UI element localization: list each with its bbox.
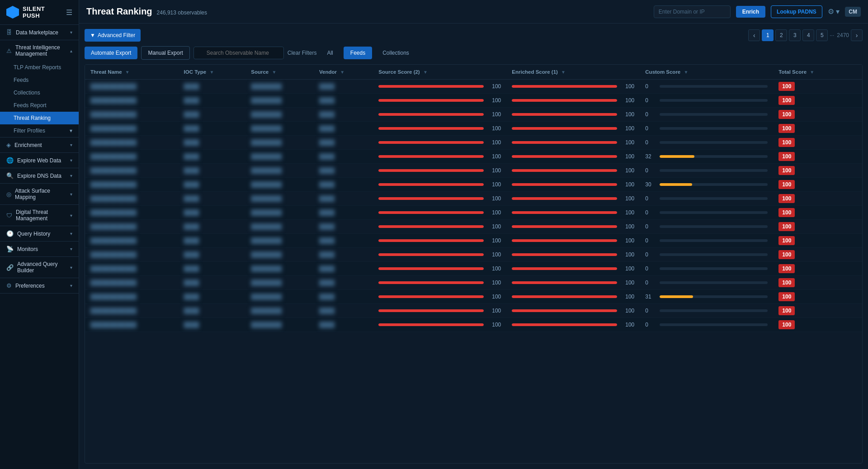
table-row[interactable]: ████████████████████████████ 100 100 0 1…	[85, 234, 862, 248]
col-filter-vendor[interactable]: ▼	[340, 70, 344, 75]
col-filter-threat-name[interactable]: ▼	[125, 70, 130, 75]
custom-score-value: 32	[645, 153, 656, 160]
enriched-score-bar-group: 100	[512, 251, 634, 258]
page-button-3[interactable]: 3	[789, 29, 801, 41]
col-filter-ioc-type[interactable]: ▼	[209, 70, 214, 75]
table-row[interactable]: ████████████████████████████ 100 100 0 1…	[85, 304, 862, 318]
source-cell: ████████	[245, 94, 314, 108]
table-row[interactable]: ████████████████████████████ 100 100 0 1…	[85, 262, 862, 276]
source-score-bar-fill	[378, 281, 484, 284]
hamburger-icon[interactable]: ☰	[66, 8, 72, 17]
table-row[interactable]: ████████████████████████████ 100 100 0 1…	[85, 94, 862, 108]
table-row[interactable]: ████████████████████████████ 100 100 0 1…	[85, 206, 862, 220]
table-row[interactable]: ████████████████████████████ 100 100 0 1…	[85, 164, 862, 178]
enrich-button[interactable]: Enrich	[736, 6, 765, 18]
enrichment-icon: ◈	[6, 142, 11, 148]
page-button-1[interactable]: 1	[762, 29, 774, 41]
custom-score-value: 0	[645, 125, 656, 132]
sidebar-item-feeds[interactable]: Feeds	[0, 74, 79, 86]
advanced-filter-button[interactable]: ▼ Advanced Filter	[85, 29, 141, 42]
clear-filters-button[interactable]: Clear Filters	[288, 50, 317, 56]
custom-score-cell: 0	[640, 122, 773, 136]
source-score-cell: 100	[373, 164, 506, 178]
sidebar-item-tlp-amber[interactable]: TLP Amber Reports	[0, 61, 79, 74]
col-filter-source-score[interactable]: ▼	[423, 70, 428, 75]
vendor-value: ████	[319, 83, 335, 90]
sidebar-item-monitors[interactable]: 📡 Monitors ▾	[0, 242, 79, 256]
sidebar-item-explore-web[interactable]: 🌐 Explore Web Data ▾	[0, 153, 79, 168]
sidebar-item-attack-surface[interactable]: ◎ Attack Surface Mapping ▾	[0, 184, 79, 204]
col-filter-custom-score[interactable]: ▼	[684, 70, 688, 75]
table-row[interactable]: ████████████████████████████ 100 100 0 1…	[85, 276, 862, 290]
manual-export-button[interactable]: Manual Export	[141, 46, 189, 60]
search-wrapper: 🔍	[193, 47, 284, 59]
search-observable-input[interactable]	[193, 47, 284, 59]
ioc-type-cell: ████	[179, 318, 246, 332]
col-filter-total-score[interactable]: ▼	[810, 70, 814, 75]
enriched-score-value: 100	[621, 294, 634, 300]
vendor-value: ████	[319, 167, 335, 174]
vendor-cell: ████	[314, 304, 373, 318]
sidebar-item-digital-threat[interactable]: 🛡 Digital Threat Management ▾	[0, 205, 79, 226]
vendor-cell: ████	[314, 150, 373, 164]
threat-name-cell: ████████████	[85, 262, 179, 276]
ioc-type-cell: ████	[179, 248, 246, 262]
source-score-bar-bg	[378, 267, 484, 270]
ioc-type-value: ████	[184, 280, 199, 286]
tab-collections[interactable]: Collections	[376, 47, 416, 59]
sidebar-item-query-history[interactable]: 🕐 Query History ▾	[0, 226, 79, 241]
table-row[interactable]: ████████████████████████████ 100 100 0 1…	[85, 192, 862, 206]
source-score-bar-bg	[378, 183, 484, 186]
sidebar-item-filter-profiles[interactable]: Filter Profiles ▾	[0, 124, 79, 137]
ioc-type-value: ████	[184, 139, 199, 146]
sidebar-item-label: Explore Web Data	[17, 157, 61, 164]
table-row[interactable]: ████████████████████████████ 100 100 31 …	[85, 290, 862, 304]
custom-score-value: 0	[645, 251, 656, 258]
tab-all[interactable]: All	[320, 47, 340, 59]
table-row[interactable]: ████████████████████████████ 100 100 0 1…	[85, 122, 862, 136]
table-row[interactable]: ████████████████████████████ 100 100 0 1…	[85, 248, 862, 262]
source-score-bar-group: 100	[378, 322, 501, 328]
domain-ip-input[interactable]	[654, 5, 731, 18]
col-filter-source[interactable]: ▼	[272, 70, 276, 75]
custom-score-cell: 0	[640, 220, 773, 234]
sidebar-item-threat-ranking[interactable]: Threat Ranking	[0, 112, 79, 124]
table-row[interactable]: ████████████████████████████ 100 100 30 …	[85, 178, 862, 192]
sidebar-item-collections[interactable]: Collections	[0, 86, 79, 99]
next-page-button[interactable]: ›	[851, 29, 863, 41]
sidebar-item-preferences[interactable]: ⚙ Preferences ▾	[0, 278, 79, 293]
sidebar-item-advanced-query[interactable]: 🔗 Advanced Query Builder ▾	[0, 257, 79, 278]
tab-feeds[interactable]: Feeds	[344, 47, 372, 59]
table-row[interactable]: ████████████████████████████ 100 100 32 …	[85, 150, 862, 164]
table-row[interactable]: ████████████████████████████ 100 100 0 1…	[85, 80, 862, 94]
custom-score-cell: 0	[640, 206, 773, 220]
table-row[interactable]: ████████████████████████████ 100 100 0 1…	[85, 318, 862, 332]
threat-name-value: ████████████	[90, 83, 137, 90]
custom-score-bar-bg	[660, 295, 768, 298]
automate-export-button[interactable]: Automate Export	[85, 47, 137, 59]
prev-page-button[interactable]: ‹	[748, 29, 760, 41]
user-menu[interactable]: CM	[845, 7, 861, 17]
source-score-bar-bg	[378, 281, 484, 284]
sidebar-item-explore-dns[interactable]: 🔍 Explore DNS Data ▾	[0, 168, 79, 183]
lookup-padns-button[interactable]: Lookup PADNS	[771, 5, 822, 18]
vendor-value: ████	[319, 237, 335, 244]
enriched-score-cell: 100	[506, 262, 640, 276]
settings-icon[interactable]: ⚙ ▾	[828, 7, 840, 16]
sidebar-item-enrichment[interactable]: ◈ Enrichment ▾	[0, 137, 79, 152]
custom-score-bar-group: 0	[645, 308, 768, 314]
sidebar-item-feeds-report[interactable]: Feeds Report	[0, 99, 79, 112]
sidebar-item-data-marketplace[interactable]: 🗄 Data Marketplace ▾	[0, 25, 79, 40]
page-button-5[interactable]: 5	[816, 29, 828, 41]
page-button-4[interactable]: 4	[802, 29, 814, 41]
table-row[interactable]: ████████████████████████████ 100 100 0 1…	[85, 136, 862, 150]
page-button-2[interactable]: 2	[775, 29, 787, 41]
sidebar-item-threat-intelligence[interactable]: ⚠ Threat Intelligence Management ▴	[0, 40, 79, 61]
total-score-cell: 100	[773, 192, 862, 206]
table-row[interactable]: ████████████████████████████ 100 100 0 1…	[85, 108, 862, 122]
vendor-cell: ████	[314, 220, 373, 234]
source-score-cell: 100	[373, 234, 506, 248]
table-row[interactable]: ████████████████████████████ 100 100 0 1…	[85, 220, 862, 234]
col-source-score: Source Score (2) ▼	[373, 65, 506, 80]
col-filter-enriched-score[interactable]: ▼	[561, 70, 566, 75]
